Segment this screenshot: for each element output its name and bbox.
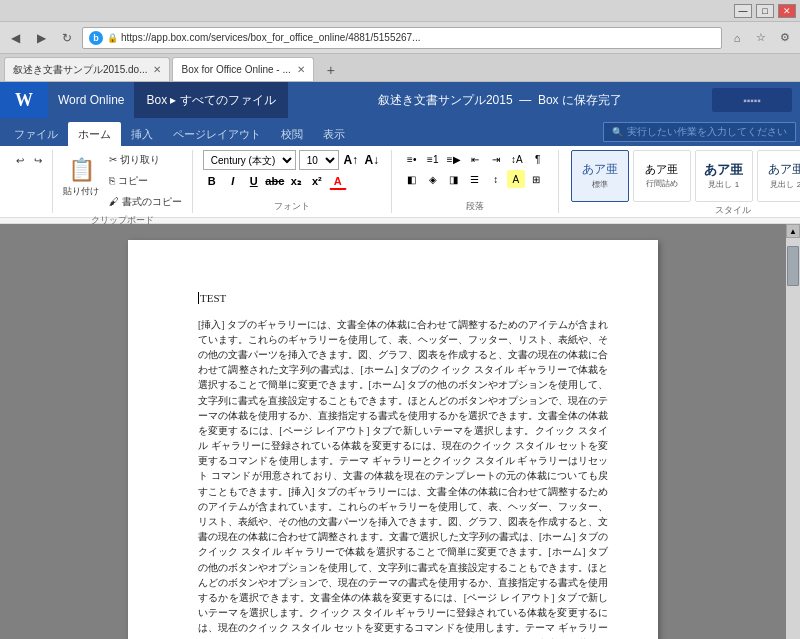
bold-button[interactable]: B (203, 172, 221, 190)
back-button[interactable]: ◀ (4, 27, 26, 49)
ribbon-group-undo: ↩ ↪ (6, 150, 53, 213)
new-tab-button[interactable]: + (320, 59, 342, 81)
tab-review[interactable]: 校閲 (271, 122, 313, 146)
justify-button[interactable]: ☰ (465, 170, 485, 188)
font-color-button[interactable]: A (329, 172, 347, 190)
tab-2-close[interactable]: ✕ (291, 64, 305, 75)
tools-icon[interactable]: ⚙ (774, 27, 796, 49)
ribbon-search[interactable]: 🔍 実行したい作業を入力してください (603, 122, 796, 142)
forward-button[interactable]: ▶ (30, 27, 52, 49)
borders-button[interactable]: ⊞ (526, 170, 546, 188)
underline-button[interactable]: U (245, 172, 263, 190)
para-label: 段落 (466, 200, 484, 213)
line-spacing-button[interactable]: ↕ (486, 170, 506, 188)
superscript-button[interactable]: x² (308, 172, 326, 190)
word-doc-title: 叙述き文書サンプル2015 — Box に保存完了 (288, 92, 712, 109)
lock-icon: 🔒 (107, 33, 118, 43)
font-shrink-button[interactable]: A↓ (363, 151, 381, 169)
style-label-compact: 行間詰め (646, 178, 678, 189)
ribbon-group-paragraph: ≡• ≡1 ≡▶ ⇤ ⇥ ↕A ¶ ◧ ◈ ◨ ☰ ↕ A (392, 150, 559, 213)
doc-body: [挿入] タブのギャラリーには、文書全体の体裁に合わせて調整するためのアイテムが… (198, 318, 608, 639)
word-logo: W (0, 82, 48, 118)
redo-icon: ↪ (34, 155, 42, 166)
increase-indent-button[interactable]: ⇥ (486, 150, 506, 168)
font-format-row: B I U abc x₂ x² A (203, 172, 381, 190)
star-icon[interactable]: ☆ (750, 27, 772, 49)
ribbon-group-clipboard: 📋 貼り付け ✂ 切り取り ⎘ コピー 🖌 書式のコピー クリップボード (53, 150, 193, 213)
browser-toolbar: ◀ ▶ ↻ b 🔒 https://app.box.com/services/b… (0, 22, 800, 54)
tab-2-label: Box for Office Online - ... (181, 64, 290, 75)
font-content: Century (本文) 10.5 A↑ A↓ B I U abc x₂ (199, 150, 385, 198)
scroll-up-button[interactable]: ▲ (786, 224, 800, 238)
tab-1[interactable]: 叙述き文書サンプル2015.do... ✕ (4, 57, 170, 81)
user-label: ▪▪▪▪▪ (743, 95, 761, 106)
multilevel-button[interactable]: ≡▶ (444, 150, 464, 168)
tab-file[interactable]: ファイル (4, 122, 68, 146)
breadcrumb-box[interactable]: Box ▸ すべてのファイル (146, 92, 275, 109)
browser-titlebar: — □ ✕ (0, 0, 800, 22)
site-icon: b (89, 31, 103, 45)
italic-button[interactable]: I (224, 172, 242, 190)
ribbon-tabs: ファイル ホーム 挿入 ページレイアウト 校閲 表示 🔍 実行したい作業を入力し… (0, 118, 800, 146)
scroll-track[interactable] (786, 238, 800, 639)
document-area[interactable]: TEST [挿入] タブのギャラリーには、文書全体の体裁に合わせて調整するための… (0, 224, 786, 639)
word-breadcrumb: Box ▸ すべてのファイル (134, 82, 287, 118)
subscript-button[interactable]: x₂ (287, 172, 305, 190)
address-bar[interactable]: b 🔒 https://app.box.com/services/box_for… (82, 27, 722, 49)
strikethrough-button[interactable]: abc (266, 172, 284, 190)
cut-button[interactable]: ✂ 切り取り (105, 150, 186, 170)
refresh-button[interactable]: ↻ (56, 27, 78, 49)
vertical-scrollbar: ▲ ▼ (786, 224, 800, 639)
font-label: フォント (274, 200, 310, 213)
undo-button[interactable]: ↩ (12, 150, 28, 170)
tab-view[interactable]: 表示 (313, 122, 355, 146)
align-right-button[interactable]: ◨ (444, 170, 464, 188)
word-app-title: Word Online (48, 93, 134, 107)
decrease-indent-button[interactable]: ⇤ (465, 150, 485, 168)
show-marks-button[interactable]: ¶ (528, 150, 548, 168)
ribbon-group-styles: あア亜 標準 あア亜 行間詰め あア亜 見出し 1 あア亜 見出し 2 あア亜 (559, 150, 800, 213)
para-content: ≡• ≡1 ≡▶ ⇤ ⇥ ↕A ¶ ◧ ◈ ◨ ☰ ↕ A (398, 150, 552, 198)
word-app: W Word Online Box ▸ すべてのファイル 叙述き文書サンプル20… (0, 82, 800, 639)
font-size-select[interactable]: 10.5 (299, 150, 339, 170)
maximize-button[interactable]: □ (756, 4, 774, 18)
user-avatar[interactable]: ▪▪▪▪▪ (712, 88, 792, 112)
font-name-row: Century (本文) 10.5 A↑ A↓ (203, 150, 381, 170)
font-section: Century (本文) 10.5 A↑ A↓ B I U abc x₂ (199, 150, 385, 190)
tab-2[interactable]: Box for Office Online - ... ✕ (172, 57, 313, 81)
align-left-button[interactable]: ◧ (402, 170, 422, 188)
paste-button[interactable]: 📋 貼り付け (59, 150, 103, 204)
align-center-button[interactable]: ◈ (423, 170, 443, 188)
redo-button[interactable]: ↪ (30, 150, 46, 170)
sort-button[interactable]: ↕A (507, 150, 527, 168)
shading-button[interactable]: A (507, 170, 525, 188)
copy-button[interactable]: ⎘ コピー (105, 171, 186, 191)
style-item-h1[interactable]: あア亜 見出し 1 (695, 150, 753, 202)
style-preview-h1: あア亜 (704, 162, 743, 178)
font-grow-button[interactable]: A↑ (342, 151, 360, 169)
minimize-button[interactable]: — (734, 4, 752, 18)
paste-icon: 📋 (68, 157, 95, 183)
format-painter-button[interactable]: 🖌 書式のコピー (105, 192, 186, 212)
bullets-button[interactable]: ≡• (402, 150, 422, 168)
tab-home[interactable]: ホーム (68, 122, 121, 146)
tab-page-layout[interactable]: ページレイアウト (163, 122, 271, 146)
clipboard-content: 📋 貼り付け ✂ 切り取り ⎘ コピー 🖌 書式のコピー (59, 150, 186, 212)
tab-insert[interactable]: 挿入 (121, 122, 163, 146)
search-placeholder: 実行したい作業を入力してください (627, 125, 787, 139)
browser-tabs: 叙述き文書サンプル2015.do... ✕ Box for Office Onl… (0, 54, 800, 82)
scroll-thumb[interactable] (787, 246, 799, 286)
home-icon[interactable]: ⌂ (726, 27, 748, 49)
tab-1-close[interactable]: ✕ (147, 64, 161, 75)
numbering-button[interactable]: ≡1 (423, 150, 443, 168)
style-item-h2[interactable]: あア亜 見出し 2 (757, 150, 800, 202)
style-preview-normal: あア亜 (582, 162, 618, 176)
style-item-compact[interactable]: あア亜 行間詰め (633, 150, 691, 202)
tab-1-label: 叙述き文書サンプル2015.do... (13, 63, 147, 77)
font-name-select[interactable]: Century (本文) (203, 150, 296, 170)
para-section: ≡• ≡1 ≡▶ ⇤ ⇥ ↕A ¶ ◧ ◈ ◨ ☰ ↕ A (398, 150, 552, 188)
close-button[interactable]: ✕ (778, 4, 796, 18)
style-item-normal[interactable]: あア亜 標準 (571, 150, 629, 202)
list-row: ≡• ≡1 ≡▶ ⇤ ⇥ ↕A ¶ (402, 150, 548, 168)
styles-label: スタイル (715, 204, 751, 217)
